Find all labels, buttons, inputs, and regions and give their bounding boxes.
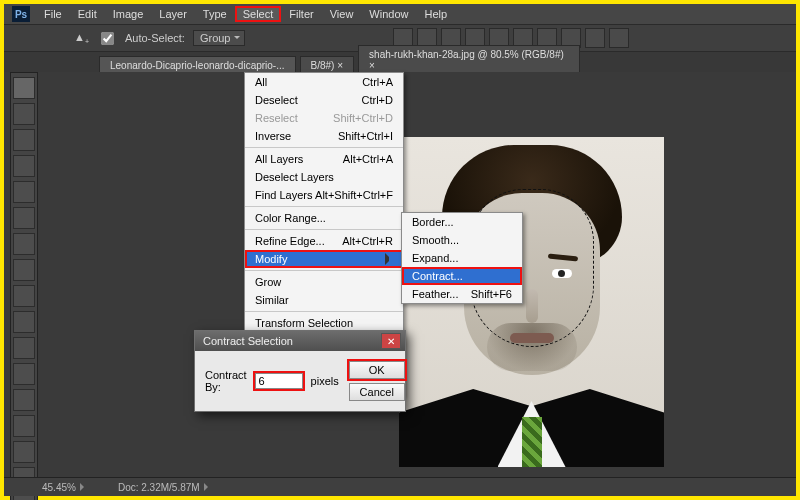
menu-item-grow[interactable]: Grow xyxy=(245,273,403,291)
chevron-right-icon xyxy=(204,483,212,491)
move-tool-icon: ▲+ xyxy=(74,31,89,45)
menu-item-deselect[interactable]: DeselectCtrl+D xyxy=(245,91,403,109)
quick-select-tool-icon[interactable] xyxy=(13,155,35,177)
menubar: Ps File Edit Image Layer Type Select Fil… xyxy=(4,4,796,24)
submenu-item-feather[interactable]: Feather...Shift+F6 xyxy=(402,285,522,303)
modify-submenu: Border... Smooth... Expand... Contract..… xyxy=(401,212,523,304)
brush-tool-icon[interactable] xyxy=(13,259,35,281)
doc-tab-label: B/8#) × xyxy=(311,60,344,71)
stamp-tool-icon[interactable] xyxy=(13,285,35,307)
contract-selection-dialog: Contract Selection ✕ Contract By: pixels… xyxy=(194,330,406,412)
ok-button[interactable]: OK xyxy=(349,361,405,379)
menu-type[interactable]: Type xyxy=(195,6,235,22)
tie-shape xyxy=(522,417,542,467)
close-icon[interactable]: ✕ xyxy=(381,333,401,349)
crop-tool-icon[interactable] xyxy=(13,181,35,203)
menu-item-similar[interactable]: Similar xyxy=(245,291,403,309)
doc-info[interactable]: Doc: 2.32M/5.87M xyxy=(118,482,212,493)
submenu-item-border[interactable]: Border... xyxy=(402,213,522,231)
history-brush-tool-icon[interactable] xyxy=(13,311,35,333)
submenu-item-smooth[interactable]: Smooth... xyxy=(402,231,522,249)
dialog-body: Contract By: pixels OK Cancel xyxy=(195,351,405,411)
distribute-icon[interactable] xyxy=(585,28,605,48)
chevron-right-icon xyxy=(80,483,88,491)
document-tabs: Leonardo-Dicaprio-leonardo-dicaprio-... … xyxy=(4,52,796,74)
menu-item-find-layers[interactable]: Find LayersAlt+Shift+Ctrl+F xyxy=(245,186,403,204)
distribute-icon[interactable] xyxy=(609,28,629,48)
lasso-tool-icon[interactable] xyxy=(13,129,35,151)
menu-item-refine-edge[interactable]: Refine Edge...Alt+Ctrl+R xyxy=(245,232,403,250)
menu-filter[interactable]: Filter xyxy=(281,6,321,22)
menu-item-color-range[interactable]: Color Range... xyxy=(245,209,403,227)
menu-file[interactable]: File xyxy=(36,6,70,22)
workspace: AllCtrl+A DeselectCtrl+D ReselectShift+C… xyxy=(4,72,796,478)
contract-by-label: Contract By: xyxy=(205,369,247,393)
zoom-level[interactable]: 45.45% xyxy=(42,482,88,493)
menu-item-inverse[interactable]: InverseShift+Ctrl+I xyxy=(245,127,403,145)
auto-select-checkbox[interactable] xyxy=(101,32,114,45)
tools-panel xyxy=(10,72,38,500)
menu-item-all[interactable]: AllCtrl+A xyxy=(245,73,403,91)
menu-help[interactable]: Help xyxy=(416,6,455,22)
menu-view[interactable]: View xyxy=(322,6,362,22)
submenu-item-expand[interactable]: Expand... xyxy=(402,249,522,267)
menu-window[interactable]: Window xyxy=(361,6,416,22)
pen-tool-icon[interactable] xyxy=(13,441,35,463)
menu-separator xyxy=(245,147,403,148)
menu-image[interactable]: Image xyxy=(105,6,152,22)
doc-tab-label: Leonardo-Dicaprio-leonardo-dicaprio-... xyxy=(110,60,285,71)
gradient-tool-icon[interactable] xyxy=(13,363,35,385)
menu-select[interactable]: Select xyxy=(235,6,282,22)
menu-separator xyxy=(245,229,403,230)
menu-separator xyxy=(245,270,403,271)
submenu-item-contract[interactable]: Contract... xyxy=(402,267,522,285)
contract-by-highlight xyxy=(253,371,305,391)
healing-tool-icon[interactable] xyxy=(13,233,35,255)
eraser-tool-icon[interactable] xyxy=(13,337,35,359)
blur-tool-icon[interactable] xyxy=(13,389,35,411)
menu-item-all-layers[interactable]: All LayersAlt+Ctrl+A xyxy=(245,150,403,168)
status-bar: 45.45% Doc: 2.32M/5.87M xyxy=(4,477,796,496)
menu-item-deselect-layers[interactable]: Deselect Layers xyxy=(245,168,403,186)
menu-edit[interactable]: Edit xyxy=(70,6,105,22)
menu-item-modify[interactable]: Modify xyxy=(245,250,403,268)
unit-label: pixels xyxy=(311,375,339,387)
dialog-titlebar[interactable]: Contract Selection ✕ xyxy=(195,331,405,351)
move-tool-icon[interactable] xyxy=(13,77,35,99)
menu-separator xyxy=(245,311,403,312)
photoshop-logo-icon: Ps xyxy=(12,6,30,22)
dialog-title: Contract Selection xyxy=(203,335,293,347)
auto-select-target-combo[interactable]: Group xyxy=(193,30,246,46)
app-window: Ps File Edit Image Layer Type Select Fil… xyxy=(0,0,800,500)
auto-select-label: Auto-Select: xyxy=(125,32,185,44)
marquee-tool-icon[interactable] xyxy=(13,103,35,125)
menu-separator xyxy=(245,206,403,207)
contract-by-input[interactable] xyxy=(255,373,303,389)
cancel-button[interactable]: Cancel xyxy=(349,383,405,401)
dodge-tool-icon[interactable] xyxy=(13,415,35,437)
doc-tab-label: shah-rukh-khan-28a.jpg @ 80.5% (RGB/8#) … xyxy=(369,49,569,71)
eyedropper-tool-icon[interactable] xyxy=(13,207,35,229)
menu-item-reselect: ReselectShift+Ctrl+D xyxy=(245,109,403,127)
menu-layer[interactable]: Layer xyxy=(151,6,195,22)
doc-tab[interactable]: shah-rukh-khan-28a.jpg @ 80.5% (RGB/8#) … xyxy=(358,45,580,74)
